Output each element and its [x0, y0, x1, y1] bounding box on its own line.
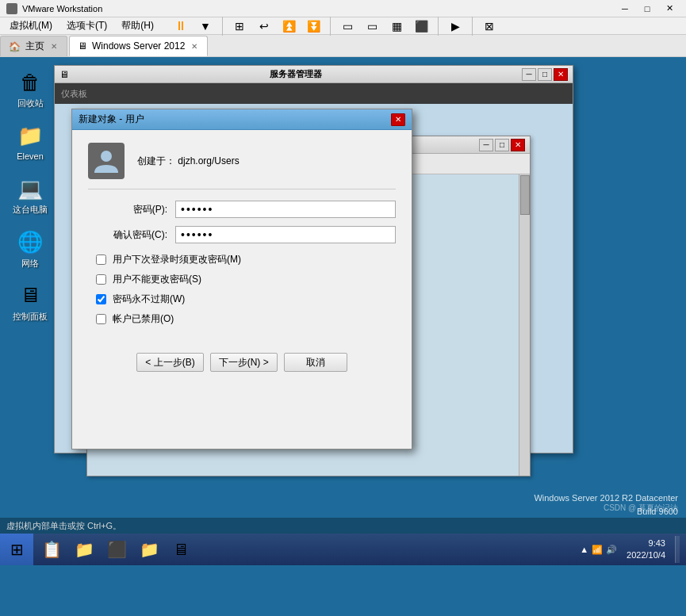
created-at-label: 创建于：: [137, 155, 175, 166]
separator-3: [438, 17, 439, 36]
created-at-area: 创建于： djzh.org/Users: [137, 155, 240, 168]
prev-button[interactable]: < 上一步(B): [136, 353, 203, 372]
created-at-value: djzh.org/Users: [178, 155, 239, 166]
icon-recycle[interactable]: 🗑 回收站: [8, 65, 52, 112]
checkbox-1[interactable]: [96, 274, 106, 285]
dialog-close-button[interactable]: ✕: [391, 113, 405, 126]
suspend-button[interactable]: ⏫: [278, 15, 300, 37]
taskbar-icon-4: 🖥: [173, 541, 189, 559]
menu-help[interactable]: 帮助(H): [115, 17, 160, 34]
taskbar-item-0[interactable]: 📋: [36, 536, 67, 563]
password-input[interactable]: [175, 201, 396, 218]
dropdown-button[interactable]: ▼: [194, 15, 217, 37]
ad-minimize[interactable]: ─: [479, 139, 493, 151]
taskbar-item-4[interactable]: 🖥: [167, 536, 195, 563]
vm-icon: 🖥: [78, 40, 87, 52]
tab-vm-close[interactable]: ✕: [190, 41, 199, 52]
show-desktop-button[interactable]: [675, 536, 680, 563]
menu-vm[interactable]: 虚拟机(M): [3, 17, 59, 34]
separator-2: [330, 17, 331, 36]
screen2-button[interactable]: ▭: [361, 15, 383, 37]
icon-eleven-label: Eleven: [17, 151, 44, 162]
status-text: 虚拟机内部单击或按 Ctrl+G。: [6, 520, 121, 532]
checkbox-2[interactable]: [96, 294, 106, 304]
status-bar: 虚拟机内部单击或按 Ctrl+G。: [0, 518, 686, 534]
tab-home[interactable]: 🏠 主页 ✕: [0, 36, 67, 56]
icon-network-label: 网络: [21, 258, 39, 269]
csdn-watermark: CSDN @ 暮夏的记法: [604, 503, 678, 514]
checkbox-row-3: 帐户已禁用(O): [88, 312, 396, 326]
thispc-icon: 💻: [16, 174, 44, 203]
tab-home-label: 主页: [25, 40, 44, 53]
user-avatar-icon: [88, 143, 125, 179]
sm-icon: 🖥: [59, 69, 69, 80]
checkbox-3[interactable]: [96, 314, 106, 324]
icon-network[interactable]: 🌐 网络: [8, 225, 52, 272]
sm-title: 服务器管理器: [69, 68, 522, 80]
icon-recycle-label: 回收站: [17, 98, 44, 109]
taskbar-item-3[interactable]: 📁: [134, 536, 165, 563]
screen3-button[interactable]: ▦: [385, 15, 408, 37]
sm-breadcrumb: 仪表板: [61, 88, 87, 100]
taskbar-items: 📋 📁 ⬛ 📁 🖥: [33, 536, 580, 563]
dialog-body: 创建于： djzh.org/Users 密码(P): 确认密码(C):: [72, 130, 412, 385]
system-clock[interactable]: 9:43 2022/10/4: [622, 538, 670, 562]
console-button[interactable]: ⬛: [410, 15, 432, 37]
checkbox-row-2: 密码永不过期(W): [88, 293, 396, 306]
icon-thispc[interactable]: 💻 这台电脑: [8, 171, 52, 218]
confirm-label: 确认密码(C):: [88, 228, 175, 242]
recycle-icon: 🗑: [16, 68, 44, 97]
fit-button[interactable]: ⊠: [478, 15, 500, 37]
tray-network[interactable]: 📶: [592, 545, 603, 555]
checkbox-row-1: 用户不能更改密码(S): [88, 273, 396, 286]
titlebar-left: VMware Workstation: [6, 3, 102, 14]
desktop-icons: 🗑 回收站 📁 Eleven 💻 这台电脑 🌐 网络 🖥 控制面板: [8, 65, 52, 325]
checkbox-label-1: 用户不能更改密码(S): [113, 273, 201, 286]
tray-arrow[interactable]: ▲: [580, 545, 588, 554]
checkbox-row-0: 用户下次登录时须更改密码(M): [88, 253, 396, 266]
maximize-button[interactable]: □: [637, 1, 657, 17]
cancel-button[interactable]: 取消: [284, 353, 347, 372]
confirm-password-input[interactable]: [175, 226, 396, 243]
new-object-dialog: 新建对象 - 用户 ✕ 创建于： djzh.org/Users: [71, 109, 412, 450]
icon-eleven[interactable]: 📁 Eleven: [8, 118, 52, 165]
menubar: 虚拟机(M) 选项卡(T) 帮助(H) ⏸ ▼ ⊞ ↩ ⏫ ⏬ ▭ ▭ ▦ ⬛ …: [0, 17, 686, 35]
system-tray: ▲ 📶 🔊 9:43 2022/10/4: [580, 536, 686, 563]
power-button[interactable]: ⏬: [302, 15, 324, 37]
pause-button[interactable]: ⏸: [170, 15, 192, 37]
minimize-button[interactable]: ─: [615, 1, 635, 17]
checkboxes-area: 用户下次登录时须更改密码(M) 用户不能更改密码(S) 密码永不过期(W) 帐户…: [88, 253, 396, 326]
window-controls: ─ □ ✕: [615, 1, 680, 17]
icon-thispc-label: 这台电脑: [13, 205, 48, 215]
checkbox-0[interactable]: [96, 254, 106, 265]
ad-scrollbar[interactable]: [519, 174, 530, 476]
taskbar-item-1[interactable]: 📁: [69, 536, 100, 563]
ad-controls: ─ □ ✕: [479, 139, 525, 151]
network-icon: 🌐: [16, 228, 44, 257]
tab-vm[interactable]: 🖥 Windows Server 2012 ✕: [69, 36, 208, 56]
checkbox-label-2: 密码永不过期(W): [113, 293, 185, 306]
start-button[interactable]: ⊞: [0, 534, 33, 565]
menu-tab[interactable]: 选项卡(T): [60, 17, 113, 34]
taskbar-icon-1: 📁: [75, 540, 94, 559]
icon-controlpanel[interactable]: 🖥 控制面板: [8, 278, 52, 325]
folder-icon: 📁: [16, 121, 44, 150]
sm-minimize[interactable]: ─: [522, 68, 536, 81]
controlpanel-icon: 🖥: [16, 281, 44, 310]
cmd-button[interactable]: ▶: [444, 15, 466, 37]
next-button[interactable]: 下一步(N) >: [210, 353, 278, 372]
sm-close[interactable]: ✕: [554, 68, 568, 81]
sm-maximize[interactable]: □: [538, 68, 552, 81]
snapshot-button[interactable]: ⊞: [228, 15, 251, 37]
close-button[interactable]: ✕: [659, 1, 680, 17]
separator-4: [472, 17, 473, 36]
ad-maximize[interactable]: □: [495, 139, 509, 151]
screen-button[interactable]: ▭: [336, 15, 358, 37]
taskbar-item-2[interactable]: ⬛: [102, 536, 132, 563]
checkbox-label-0: 用户下次登录时须更改密码(M): [113, 253, 241, 266]
tab-home-close[interactable]: ✕: [49, 41, 59, 52]
separator-1: [222, 17, 223, 36]
ad-close[interactable]: ✕: [511, 139, 525, 151]
revert-button[interactable]: ↩: [253, 15, 275, 37]
tray-volume[interactable]: 🔊: [606, 545, 617, 555]
